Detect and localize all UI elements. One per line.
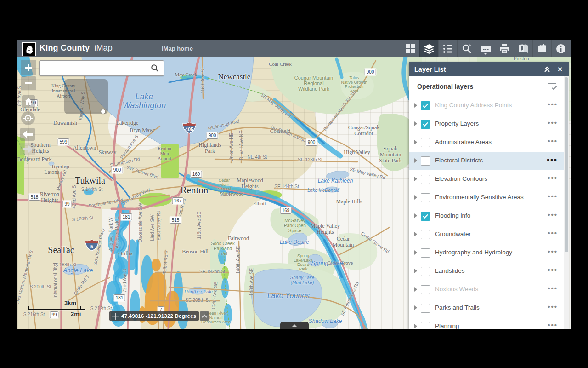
more-tools-icon[interactable]: [476, 40, 495, 57]
layer-checkbox[interactable]: [421, 304, 430, 313]
attribution-toggle-button[interactable]: [280, 322, 309, 329]
layer-checkbox[interactable]: [421, 267, 430, 276]
layer-label[interactable]: Groundwater: [435, 230, 471, 237]
layer-row-noxious-weeds[interactable]: Noxious Weeds•••: [409, 281, 569, 299]
imap-application: King CountyiMap iMap home: [17, 40, 571, 329]
layer-label[interactable]: Elevation Contours: [435, 175, 487, 182]
layer-row-property-layers[interactable]: Property Layers•••: [409, 115, 569, 133]
expand-caret-icon[interactable]: [414, 158, 417, 163]
layer-options-menu-icon[interactable]: •••: [548, 284, 558, 292]
search-tools-icon[interactable]: [457, 40, 476, 57]
expand-caret-icon[interactable]: [414, 232, 417, 236]
previous-extent-button[interactable]: [20, 128, 35, 141]
layer-list-icon[interactable]: [419, 40, 438, 57]
layer-label[interactable]: Administrative Areas: [435, 138, 492, 145]
home-button[interactable]: [22, 95, 35, 108]
layer-row-elevation-contours[interactable]: Elevation Contours•••: [409, 170, 569, 189]
layer-list-header: Layer List ✕: [409, 62, 569, 76]
layer-row-parks-and-trails[interactable]: Parks and Trails•••: [409, 299, 569, 317]
layer-label[interactable]: Noxious Weeds: [435, 286, 478, 293]
layer-list-panel: Layer List ✕ Operational layers King Cou…: [409, 62, 569, 329]
zoom-in-button[interactable]: [21, 60, 36, 75]
layer-checkbox[interactable]: [421, 285, 430, 294]
print-icon[interactable]: [495, 40, 514, 57]
expand-caret-icon[interactable]: [414, 250, 417, 255]
layer-row-environmentally-sensitive-areas[interactable]: Environmentally Sensitive Areas•••: [409, 189, 569, 207]
coordinate-widget: 47.49816 -121.91322 Degrees: [109, 311, 209, 321]
layer-row-administrative-areas[interactable]: Administrative Areas•••: [409, 133, 569, 152]
layer-options-menu-icon[interactable]: •••: [548, 321, 558, 329]
layer-label[interactable]: Planning: [435, 322, 459, 329]
expand-caret-icon[interactable]: [414, 140, 417, 144]
layer-options-menu-icon[interactable]: •••: [548, 229, 558, 237]
expand-caret-icon[interactable]: [414, 177, 417, 181]
layer-checkbox[interactable]: [421, 193, 430, 202]
next-extent-button[interactable]: [20, 143, 35, 155]
layer-checkbox[interactable]: [421, 156, 430, 166]
layer-options-menu-icon[interactable]: •••: [548, 192, 558, 200]
layer-options-menu-icon[interactable]: •••: [548, 137, 558, 145]
expand-caret-icon[interactable]: [414, 324, 417, 328]
layer-checkbox[interactable]: [421, 138, 430, 147]
collapse-panel-icon[interactable]: [541, 62, 553, 76]
layer-row-groundwater[interactable]: Groundwater•••: [409, 225, 569, 244]
zoom-out-button[interactable]: [21, 76, 36, 90]
layer-label[interactable]: Electoral Districts: [435, 157, 483, 164]
layer-label[interactable]: Landslides: [435, 267, 465, 274]
layer-options-menu-icon[interactable]: •••: [548, 174, 558, 182]
layer-checkbox[interactable]: [421, 248, 430, 258]
layer-label[interactable]: Property Layers: [435, 120, 479, 127]
layer-checkbox[interactable]: [421, 101, 430, 110]
layer-options-menu-icon[interactable]: •••: [548, 266, 558, 274]
layer-options-menu-icon[interactable]: •••: [547, 155, 558, 165]
toggle-all-layers-icon[interactable]: [548, 82, 557, 92]
layer-options-menu-icon[interactable]: •••: [548, 119, 558, 126]
layer-rows: King County Address Points•••Property La…: [409, 97, 569, 329]
app-title: King CountyiMap: [40, 43, 113, 53]
scrollbar-thumb[interactable]: [565, 77, 568, 252]
location-marker-icon: [101, 109, 105, 114]
expand-caret-icon[interactable]: [414, 305, 417, 310]
layer-label[interactable]: Hydrography and Hydrology: [435, 249, 512, 256]
legend-icon[interactable]: [438, 40, 457, 57]
expand-caret-icon[interactable]: [414, 121, 417, 126]
imap-home-link[interactable]: iMap home: [162, 45, 193, 52]
layer-options-menu-icon[interactable]: •••: [548, 303, 558, 310]
layer-row-planning[interactable]: Planning•••: [409, 317, 569, 329]
bookmarks-icon[interactable]: [514, 40, 532, 57]
layer-options-menu-icon[interactable]: •••: [548, 211, 558, 218]
layer-row-king-county-address-points[interactable]: King County Address Points•••: [409, 97, 569, 115]
expand-caret-icon[interactable]: [414, 103, 417, 108]
layer-label[interactable]: Flooding info: [435, 212, 470, 219]
header-toolbar: [401, 40, 570, 57]
expand-caret-icon[interactable]: [414, 195, 417, 200]
layer-checkbox[interactable]: [421, 322, 430, 329]
basemap-gallery-icon[interactable]: [401, 40, 419, 57]
search-input[interactable]: [40, 61, 146, 75]
scale-km-label: 3km: [64, 299, 76, 306]
layer-checkbox[interactable]: [421, 212, 430, 221]
search-button[interactable]: [146, 61, 164, 75]
layer-label[interactable]: King County Address Points: [435, 102, 512, 109]
king-county-logo-icon: [22, 42, 36, 56]
layer-row-flooding-info[interactable]: Flooding info•••: [409, 207, 569, 225]
locate-button[interactable]: [21, 111, 35, 125]
layer-options-menu-icon[interactable]: •••: [548, 100, 558, 108]
layer-options-menu-icon[interactable]: •••: [548, 247, 558, 255]
layer-row-hydrography-and-hydrology[interactable]: Hydrography and Hydrology•••: [409, 244, 569, 262]
layer-label[interactable]: Environmentally Sensitive Areas: [435, 194, 524, 201]
add-data-icon[interactable]: [532, 40, 551, 57]
expand-caret-icon[interactable]: [414, 269, 417, 273]
layer-checkbox[interactable]: [421, 175, 430, 184]
close-panel-icon[interactable]: ✕: [554, 62, 566, 76]
layer-checkbox[interactable]: [421, 120, 430, 129]
info-icon[interactable]: [551, 40, 570, 57]
layer-checkbox[interactable]: [421, 230, 430, 239]
layer-row-landslides[interactable]: Landslides•••: [409, 262, 569, 281]
layer-row-electoral-districts[interactable]: Electoral Districts•••: [409, 152, 569, 170]
layer-label[interactable]: Parks and Trails: [435, 304, 480, 311]
coordinates-chevron-icon[interactable]: [200, 311, 209, 321]
expand-caret-icon[interactable]: [414, 213, 417, 218]
expand-caret-icon[interactable]: [414, 287, 417, 292]
crosshair-icon[interactable]: [112, 313, 119, 320]
